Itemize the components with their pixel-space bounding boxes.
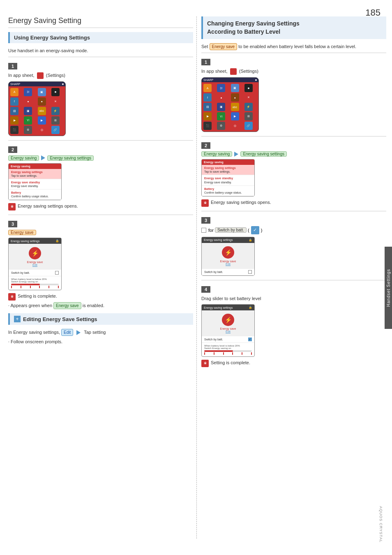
right-screen-body: A 3! ▣ ■ f ● ● ✕ ▤ ▣ abc ⚡ ▶ Y! ▶ ⊞ ⬛ [202,82,258,132]
app-icon: Y! [24,116,32,125]
section1-title: Using Energy Saving Settings [14,35,90,41]
right-e-checkbox3[interactable] [248,270,252,274]
app-icon: ⚡ [244,103,253,111]
step3-row: Energy save [8,230,193,235]
app-icon: ● [24,97,32,106]
app-icon: ⬛ [10,126,18,134]
note-icon: ※ [8,203,16,210]
right-screen-top-bar: SHARP■ [202,78,258,82]
e-label-energy: Energy save [27,261,43,264]
e-edit-link[interactable]: Edit [32,264,37,266]
e-slider-dashes [11,286,59,288]
right-e-slider-fill4 [204,350,233,352]
right-e-icon-area4: ⚡ Energy save Edit [202,310,254,336]
left-column: Energy Saving Setting Using Energy Savin… [8,16,193,348]
right-energy-saving-badge: Energy saving [201,151,232,157]
app-icon: ▶ [38,116,46,125]
right-section-title: Changing Energy Saving Settings Accordin… [201,16,386,39]
energy-save-badge: Energy save [8,230,36,235]
right-e-slider-bar4[interactable] [204,350,252,352]
right-e-icon4: ⚡ [222,314,234,326]
right-e-icon3: ⚡ [222,246,234,259]
app-icon: ✕ [51,97,60,106]
step3-label: 3 [8,221,17,227]
app-icon: f [10,97,18,106]
e-icon-area: ⚡ Energy save Edit [9,244,61,270]
sidebar-tab-label: Handset Settings [386,269,391,307]
e-slider-bar[interactable] [11,284,59,285]
app-icon: ⚙ [24,126,32,134]
right-app-grid: A 3! ▣ ■ f ● ● ✕ ▤ ▣ abc ⚡ ▶ Y! ▶ ⊞ ⬛ [203,84,257,130]
right-e-row-switch4: Switch by batt. ✓ [202,336,254,343]
app-icon: ● [217,93,225,102]
arrow-icon2 [76,330,81,335]
app-icon: A [10,88,18,96]
right-step1-block: 1 In app sheet, (Settings) SHARP■ A 3! ▣… [201,53,386,132]
right-e-header4: Energy saving settings 🔒 [202,305,254,310]
right-e-row-switch3: Switch by batt. [202,269,254,275]
app-icon: abc [231,103,239,111]
s-header: Energy saving [9,164,61,169]
e-row-switch: Switch by batt. [9,270,61,276]
brand-label: AQUOS CRYSTAL [379,506,383,543]
arrow-icon [41,155,45,160]
right-s-item-standby: Energy save standby Energy save standby. [202,175,254,185]
left-step1-screen: SHARP■ A 3! ▣ ■ f ● ● ✕ ▤ ▣ abc ⚡ ▶ Y [8,81,66,136]
app-icon: ⚡ [51,107,60,115]
right-step4-block: 4 Drag slider to set battery level Energ… [201,280,386,368]
right-step4-note: ※ Setting is complete. [201,359,386,367]
app-icon: 🔗 [51,126,60,134]
right-e-icon-area3: ⚡ Energy save Edit [202,243,254,269]
energy-saving-badge: Energy saving [8,155,39,161]
step2-block: 2 Energy saving Energy saving settings E… [8,140,193,211]
e-checkbox[interactable] [55,271,59,275]
app-icon: ▣ [38,88,46,96]
app-grid: A 3! ▣ ■ f ● ● ✕ ▤ ▣ abc ⚡ ▶ Y! ▶ ⊞ ⬛ [10,88,64,134]
checkmark-badge: ✓ [251,226,259,234]
right-step3-block: 3 for Switch by batt. ( ✓ ) Energy savin… [201,211,386,276]
app-icon: ▣ [217,103,225,111]
right-step2-label: 2 [201,142,210,149]
right-step4-label: 4 [201,286,210,293]
section2-title: Editing Energy Save Settings [23,316,97,322]
app-icon: ▣ [231,84,239,92]
right-energy-save-badge: Energy save [210,43,238,50]
app-icon: ▤ [10,107,18,115]
energy-save-enabled-badge: Energy save [53,302,81,309]
step3-checkbox-line: for Switch by batt. ( ✓ ) [201,226,386,234]
right-column: Changing Energy Saving Settings Accordin… [201,16,386,371]
right-s-item-settings: Energy saving settings Tap to save setti… [202,165,254,175]
left-step2-screen: Energy saving Energy saving settings Tap… [8,163,62,201]
step3-checkbox[interactable] [201,228,206,233]
right-step1-screen: SHARP■ A 3! ▣ ■ f ● ● ✕ ▤ ▣ abc ⚡ ▶ Y [201,77,259,132]
section1-header: Using Energy Saving Settings [8,32,193,43]
app-icon: ▶ [231,112,239,120]
note-icon2: ※ [8,293,16,301]
section2-text: In Energy saving settings, Edit Tap sett… [8,329,193,336]
app-icon: ▤ [203,103,212,111]
s-item-settings: Energy saving settings Tap to save setti… [9,169,61,179]
right-step3-label: 3 [201,217,210,224]
step2-label: 2 [8,146,17,153]
right-e-edit4[interactable]: Edit [226,330,231,333]
right-e-checkbox4-checked[interactable]: ✓ [248,338,252,341]
s-item-battery: Battery Confirm battery usage status. [9,190,61,200]
e-slider-area: When battery level is below 20% Switch E… [9,276,61,290]
e-icon: ⚡ [29,247,41,259]
right-e-edit3[interactable]: Edit [226,263,231,266]
s-item-standby: Energy save standby Energy save standby. [9,179,61,190]
screen-body: A 3! ▣ ■ f ● ● ✕ ▤ ▣ abc ⚡ ▶ Y! ▶ ⊞ ⬛ [9,86,65,136]
right-note-icon4: ※ [201,360,209,367]
left-step3-screen: Energy saving settings 🔒 ⚡ Energy save E… [8,238,62,290]
app-icon: ▶ [10,116,18,125]
right-step2-block: 2 Energy saving Energy saving settings E… [201,136,386,207]
screen-top-bar: SHARP■ [9,82,65,86]
plus-icon: + [14,316,21,322]
right-e-slider-dashes4 [204,352,252,355]
right-step1-label: 1 [201,59,210,65]
app-icon: ▣ [24,107,32,115]
right-step1-text: In app sheet, (Settings) [201,68,386,75]
step3-note1: ※ Setting is complete. [8,293,193,301]
right-step2-note: ※ Energy saving settings opens. [201,199,386,207]
app-icon: 🔗 [244,122,253,130]
